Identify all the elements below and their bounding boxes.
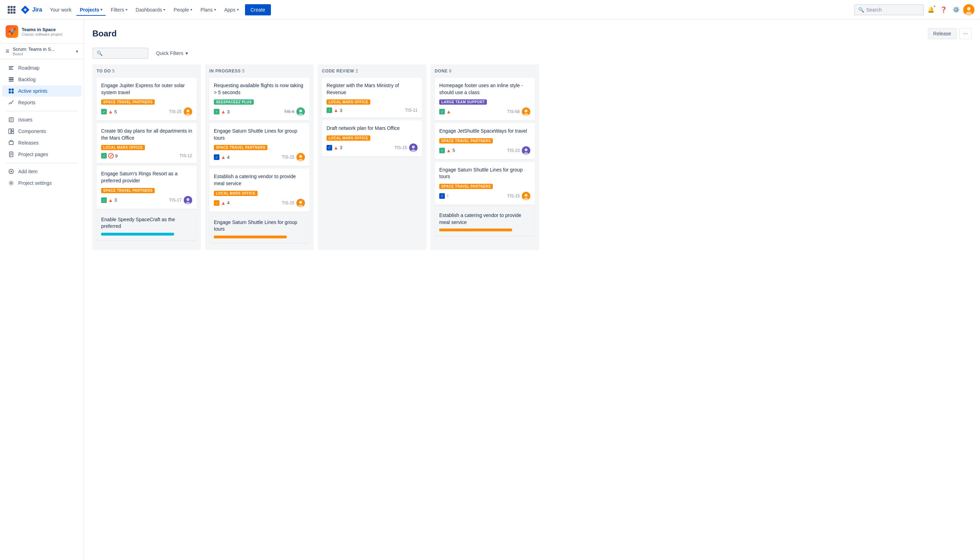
story-type-icon: ↑ [214, 200, 220, 206]
svg-point-53 [525, 194, 527, 197]
card-icons: ↑ ▲ [439, 109, 505, 115]
quick-filters-button[interactable]: Quick Filters ▾ [153, 48, 192, 58]
release-button[interactable]: Release [928, 28, 956, 39]
search-box[interactable]: 🔍 Search [854, 4, 924, 15]
nav-your-work[interactable]: Your work [46, 4, 75, 15]
scrum-info: Scrum: Teams in S... Board [13, 47, 72, 56]
column-codereview: CODE REVIEW 2 Register with the Mars Min… [318, 64, 426, 250]
card-id: TIS-25 [169, 109, 182, 114]
story-type-icon: ↑ [327, 107, 332, 113]
card-tis-8[interactable]: Requesting available flights is now taki… [209, 78, 309, 120]
card-todo-partial[interactable]: Enable Speedy SpaceCraft as the preferre… [97, 212, 197, 240]
sidebar-item-active-sprints[interactable]: Active sprints [2, 85, 82, 97]
svg-rect-16 [9, 129, 11, 134]
story-type-icon: ↑ [214, 109, 220, 115]
priority-high-icon: ▲ [108, 109, 113, 115]
sidebar-item-reports[interactable]: Reports [2, 97, 82, 108]
story-type-icon: ↑ [439, 109, 445, 115]
sidebar-item-project-settings[interactable]: Project settings [2, 177, 82, 188]
priority-high-icon: ▲ [333, 107, 338, 113]
sidebar-item-project-pages[interactable]: Project pages [2, 149, 82, 160]
sidebar-item-add-item[interactable]: Add item [2, 166, 82, 177]
column-todo: TO DO 5 Engage Jupiter Express for outer… [92, 64, 201, 250]
nav-projects[interactable]: Projects ▾ [76, 4, 106, 15]
card-tis-23[interactable]: Engage JetShuttle SpaceWays for travel S… [435, 123, 535, 159]
top-nav: Jira Your work Projects ▾ Filters ▾ Dash… [0, 0, 980, 20]
card-title: Establish a catering vendor to provide m… [439, 212, 530, 226]
card-icons: ↑ ▲ 3 [214, 109, 282, 115]
nav-plans[interactable]: Plans ▾ [197, 4, 220, 15]
nav-filters[interactable]: Filters ▾ [107, 4, 130, 15]
sidebar-divider-1 [6, 111, 78, 111]
board-search-input[interactable]: 🔍 [92, 48, 148, 59]
card-title: Requesting available flights is now taki… [214, 82, 305, 96]
svg-point-1 [967, 7, 970, 10]
help-button[interactable]: ❓ [938, 4, 949, 15]
priority-high-icon: ▲ [221, 200, 226, 206]
scrum-section[interactable]: ≡ Scrum: Teams in S... Board ▾ [0, 44, 83, 59]
card-label-partial [214, 235, 287, 238]
create-button[interactable]: Create [245, 4, 271, 15]
column-todo-header: TO DO 5 [97, 68, 197, 73]
more-options-button[interactable]: ··· [959, 28, 972, 39]
card-inprogress-tis15a[interactable]: Engage Saturn Shuttle Lines for group to… [209, 123, 309, 166]
card-avatar [522, 107, 530, 116]
scrum-name: Scrum: Teams in S... [13, 47, 72, 52]
card-label: LOCAL MARS OFFICE [214, 191, 258, 196]
card-inprogress-tis15b[interactable]: Establish a catering vendor to provide m… [209, 169, 309, 212]
card-label: SEESPACEEZ PLUS [214, 99, 254, 105]
nav-dashboards[interactable]: Dashboards ▾ [132, 4, 169, 15]
project-pages-icon [8, 152, 15, 157]
story-type-icon: ✓ [327, 145, 332, 150]
card-label: SPACE TRAVEL PARTNERS [101, 99, 155, 105]
card-label: LOCAL MARS OFFICE [101, 145, 145, 150]
sidebar-item-components[interactable]: Components [2, 126, 82, 137]
card-codereview-tis15[interactable]: Draft network plan for Mars Office LOCAL… [322, 120, 422, 157]
user-avatar[interactable] [963, 4, 974, 15]
card-avatar [409, 143, 418, 152]
card-inprogress-partial[interactable]: Engage Saturn Shuttle Lines for group to… [209, 215, 309, 243]
card-tis-68[interactable]: Homepage footer uses an inline style - s… [435, 78, 535, 120]
backlog-icon [8, 77, 15, 82]
card-footer: ✓ ▲ 5 TIS-25 [101, 107, 192, 116]
card-footer: ✓ ▲ 3 TIS-15 [327, 143, 418, 152]
sidebar-item-backlog[interactable]: Backlog [2, 74, 82, 85]
card-label-partial [101, 233, 174, 235]
svg-rect-6 [9, 77, 13, 78]
card-label-partial [439, 228, 512, 232]
nav-apps[interactable]: Apps ▾ [221, 4, 242, 15]
svg-point-47 [525, 110, 527, 112]
projects-chevron-icon: ▾ [100, 8, 102, 12]
card-id: TIS-15 [282, 155, 294, 160]
priority-high-icon: ▲ [446, 148, 451, 153]
jira-logo[interactable]: Jira [20, 5, 42, 15]
scrum-icon: ≡ [6, 48, 10, 55]
sidebar-item-issues[interactable]: Issues [2, 114, 82, 125]
card-tis-11[interactable]: Register with the Mars Ministry of Reven… [322, 78, 422, 118]
nav-people[interactable]: People ▾ [170, 4, 196, 15]
story-points: 3 [340, 145, 342, 150]
story-type-icon: ↑ [101, 153, 107, 158]
app-layout: 🚀 Teams in Space Classic software projec… [0, 20, 980, 560]
sidebar-item-roadmap[interactable]: Roadmap [2, 62, 82, 73]
sidebar-item-releases[interactable]: Releases [2, 137, 82, 148]
notification-dot [933, 5, 936, 8]
board-columns: TO DO 5 Engage Jupiter Express for outer… [84, 64, 980, 258]
svg-rect-8 [9, 81, 13, 82]
card-tis-17[interactable]: Engage Saturn's Rings Resort as a prefer… [97, 166, 197, 208]
add-item-label: Add item [18, 169, 37, 174]
app-switcher-icon[interactable] [6, 4, 18, 16]
card-title: Engage Saturn Shuttle Lines for group to… [439, 167, 530, 180]
card-done-partial[interactable]: Establish a catering vendor to provide m… [435, 208, 535, 236]
svg-point-44 [412, 146, 415, 148]
svg-point-50 [525, 148, 527, 151]
card-icons: ✓ ▲ 3 [327, 145, 392, 150]
svg-rect-10 [12, 88, 13, 91]
backlog-label: Backlog [18, 77, 36, 82]
card-tis-25[interactable]: Engage Jupiter Express for outer solar s… [97, 78, 197, 120]
plans-chevron-icon: ▾ [214, 8, 216, 12]
card-done-tis15[interactable]: Engage Saturn Shuttle Lines for group to… [435, 162, 535, 205]
settings-button[interactable]: ⚙️ [951, 4, 962, 15]
card-icons: ✓ ↑ [439, 193, 505, 199]
card-tis-12[interactable]: Create 90 day plans for all departments … [97, 123, 197, 163]
